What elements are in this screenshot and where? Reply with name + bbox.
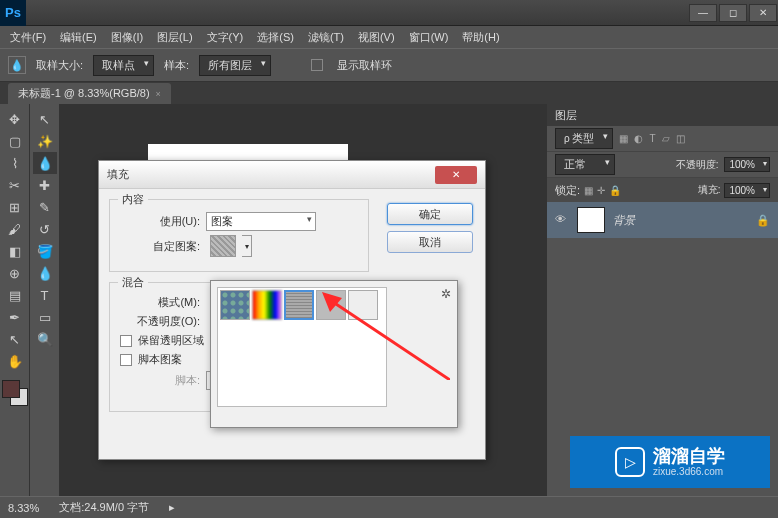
script-pattern-label: 脚本图案 — [138, 352, 182, 367]
layer-name: 背景 — [613, 213, 635, 228]
layer-thumbnail[interactable] — [577, 207, 605, 233]
fill-value[interactable]: 100% — [724, 183, 770, 198]
tools-extra-column: ✥ ▢ ⌇ ✂ ⊞ 🖌 ◧ ⊕ ▤ ✒ ↖ ✋ — [0, 104, 30, 496]
script-pattern-checkbox[interactable] — [120, 354, 132, 366]
pattern-grid — [217, 287, 387, 407]
fg-color[interactable] — [2, 380, 20, 398]
blend-mode-select[interactable]: 正常 — [555, 154, 615, 175]
pattern-preview[interactable] — [210, 235, 236, 257]
tool-pencil[interactable]: ✎ — [33, 196, 57, 218]
preserve-label: 保留透明区域 — [138, 333, 204, 348]
tool-history[interactable]: ↺ — [33, 218, 57, 240]
menu-filter[interactable]: 滤镜(T) — [302, 28, 350, 47]
document-tab-title: 未标题-1 @ 8.33%(RGB/8) — [18, 86, 150, 101]
pattern-swatch-2[interactable] — [252, 290, 282, 320]
menu-file[interactable]: 文件(F) — [4, 28, 52, 47]
menu-select[interactable]: 选择(S) — [251, 28, 300, 47]
lock-position-icon[interactable]: ✛ — [597, 185, 605, 196]
dialog-title-bar[interactable]: 填充 ✕ — [99, 161, 485, 189]
tool-lasso[interactable]: ⌇ — [3, 152, 27, 174]
dialog-close-button[interactable]: ✕ — [435, 166, 477, 184]
menu-window[interactable]: 窗口(W) — [403, 28, 455, 47]
ok-button[interactable]: 确定 — [387, 203, 473, 225]
visibility-icon[interactable]: 👁 — [555, 213, 569, 227]
tool-pen[interactable]: ✒ — [3, 306, 27, 328]
tool-crop[interactable]: ✂ — [3, 174, 27, 196]
tool-hand[interactable]: ✋ — [3, 350, 27, 372]
lock-pixels-icon[interactable]: ▦ — [584, 185, 593, 196]
tool-bucket[interactable]: 🪣 — [33, 240, 57, 262]
document-tab[interactable]: 未标题-1 @ 8.33%(RGB/8) × — [8, 83, 171, 104]
sample-select[interactable]: 所有图层 — [199, 55, 271, 76]
tool-gradient[interactable]: ▤ — [3, 284, 27, 306]
status-bar: 8.33% 文档:24.9M/0 字节 ▸ — [0, 496, 778, 518]
tool-arrow[interactable]: ↖ — [33, 108, 57, 130]
filter-type-select[interactable]: ρ 类型 — [555, 128, 613, 149]
tab-close-icon[interactable]: × — [156, 89, 161, 99]
custom-pattern-label: 自定图案: — [120, 239, 200, 254]
document-info[interactable]: 文档:24.9M/0 字节 — [59, 500, 149, 515]
tool-path[interactable]: ↖ — [3, 328, 27, 350]
tool-type[interactable]: T — [33, 284, 57, 306]
tool-marquee[interactable]: ▢ — [3, 130, 27, 152]
opacity-value[interactable]: 100% — [724, 157, 770, 172]
tool-eraser[interactable]: ◧ — [3, 240, 27, 262]
dialog-title: 填充 — [107, 167, 129, 182]
tool-eyedropper[interactable]: 💧 — [33, 152, 57, 174]
lock-icon: 🔒 — [756, 214, 770, 227]
pattern-swatch-5[interactable] — [348, 290, 378, 320]
cancel-button[interactable]: 取消 — [387, 231, 473, 253]
title-bar: Ps — ◻ ✕ — [0, 0, 778, 26]
menu-help[interactable]: 帮助(H) — [456, 28, 505, 47]
menu-view[interactable]: 视图(V) — [352, 28, 401, 47]
maximize-button[interactable]: ◻ — [719, 4, 747, 22]
fill-label: 填充: — [698, 183, 721, 197]
menu-layer[interactable]: 图层(L) — [151, 28, 198, 47]
tool-frame[interactable]: ⊞ — [3, 196, 27, 218]
tool-move[interactable]: ✥ — [3, 108, 27, 130]
filter-pixel-icon[interactable]: ▦ — [619, 133, 628, 144]
tool-blur[interactable]: 💧 — [33, 262, 57, 284]
use-label: 使用(U): — [120, 214, 200, 229]
mode-label: 模式(M): — [120, 295, 200, 310]
filter-type-icon[interactable]: T — [649, 133, 655, 144]
filter-adjust-icon[interactable]: ◐ — [634, 133, 643, 144]
blend-legend: 混合 — [118, 275, 148, 290]
filter-smart-icon[interactable]: ◫ — [676, 133, 685, 144]
tool-healing[interactable]: ✚ — [33, 174, 57, 196]
tool-shape[interactable]: ▭ — [33, 306, 57, 328]
use-select[interactable]: 图案 — [206, 212, 316, 231]
layer-filter-row: ρ 类型 ▦ ◐ T ▱ ◫ — [547, 126, 778, 152]
pattern-swatch-1[interactable] — [220, 290, 250, 320]
menu-edit[interactable]: 编辑(E) — [54, 28, 103, 47]
menu-type[interactable]: 文字(Y) — [201, 28, 250, 47]
layer-row-background[interactable]: 👁 背景 🔒 — [547, 202, 778, 238]
tool-stamp[interactable]: ⊕ — [3, 262, 27, 284]
lock-all-icon[interactable]: 🔒 — [609, 185, 621, 196]
popup-settings-icon[interactable]: ✲ — [441, 287, 451, 301]
sample-size-select[interactable]: 取样点 — [93, 55, 154, 76]
filter-shape-icon[interactable]: ▱ — [662, 133, 670, 144]
tool-brush[interactable]: 🖌 — [3, 218, 27, 240]
close-button[interactable]: ✕ — [749, 4, 777, 22]
show-ring-checkbox[interactable] — [311, 59, 323, 71]
tool-zoom[interactable]: 🔍 — [33, 328, 57, 350]
options-bar: 💧 取样大小: 取样点 样本: 所有图层 显示取样环 — [0, 48, 778, 82]
color-swatches[interactable] — [2, 380, 28, 406]
doc-info-arrow[interactable]: ▸ — [169, 501, 175, 514]
pattern-swatch-4[interactable] — [316, 290, 346, 320]
pattern-dropdown-button[interactable]: ▾ — [242, 235, 252, 257]
lock-label: 锁定: — [555, 183, 580, 198]
zoom-level[interactable]: 8.33% — [8, 502, 39, 514]
tool-wand[interactable]: ✨ — [33, 130, 57, 152]
sample-label: 样本: — [164, 58, 189, 73]
minimize-button[interactable]: — — [689, 4, 717, 22]
tool-preset-icon[interactable]: 💧 — [8, 56, 26, 74]
pattern-swatch-3-selected[interactable] — [284, 290, 314, 320]
menu-image[interactable]: 图像(I) — [105, 28, 149, 47]
layers-panel-tab[interactable]: 图层 — [547, 104, 778, 126]
watermark-url: zixue.3d66.com — [653, 466, 725, 477]
show-ring-label: 显示取样环 — [337, 58, 392, 73]
tools-column: ↖ ✨ 💧 ✚ ✎ ↺ 🪣 💧 T ▭ 🔍 — [30, 104, 60, 496]
preserve-checkbox[interactable] — [120, 335, 132, 347]
